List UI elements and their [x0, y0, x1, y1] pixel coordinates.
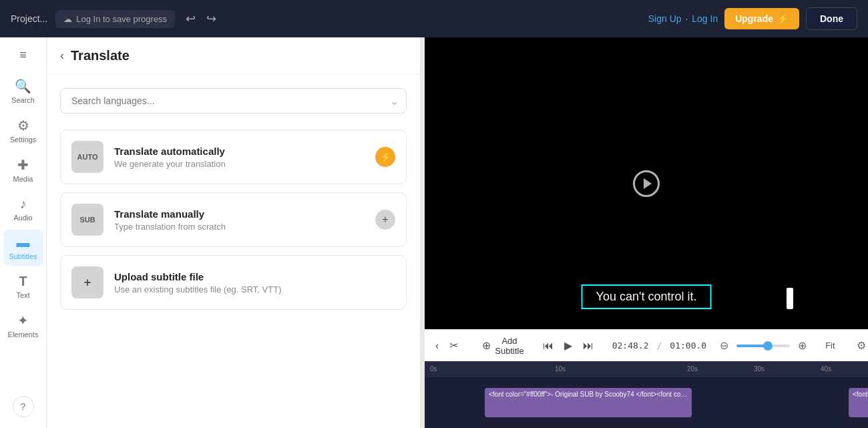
upload-badge: + [71, 266, 103, 298]
sidebar-label-text: Text [16, 291, 29, 299]
manual-translate-option[interactable]: SUB Translate manually Type translation … [60, 192, 407, 247]
video-area: You can't control it. ‹ ✂ ⊕ Add Subtitle… [425, 37, 868, 428]
sidebar-item-elements[interactable]: ✦ Elements [3, 307, 43, 344]
hamburger-menu-button[interactable]: ≡ [14, 43, 32, 67]
cut-button[interactable]: ✂ [447, 337, 461, 355]
search-icon: 🔍 [15, 78, 31, 94]
sidebar-item-audio[interactable]: ♪ Audio [3, 191, 43, 227]
ruler-mark-40s: 40s [821, 365, 831, 373]
timeline-clip-2[interactable]: <font color="#ff00ff">(DRAMATIC MUSIC [849, 388, 868, 417]
topbar: Project... ☁ Log In to save progress ↩ ↪… [0, 0, 868, 37]
panel-title: Translate [71, 48, 130, 63]
add-subtitle-button[interactable]: ⊕ Add Subtitle [477, 333, 529, 359]
auto-translate-option[interactable]: AUTO Translate automatically We generate… [60, 130, 407, 184]
back-button[interactable]: ‹ [433, 337, 441, 355]
upgrade-label: Upgrade [735, 13, 773, 24]
redo-button[interactable]: ↪ [204, 9, 219, 29]
sidebar-item-subtitles[interactable]: ▬ Subtitles [3, 230, 43, 266]
translate-panel: ‹ Translate ⌄ AUTO Translate automatical… [47, 37, 421, 428]
rewind-button[interactable]: ⏮ [540, 337, 556, 355]
topbar-left: Project... ☁ Log In to save progress ↩ ↪ [11, 9, 219, 29]
auto-option-desc: We generate your translation [114, 159, 365, 169]
ruler-mark-30s: 30s [754, 365, 765, 373]
upload-subtitle-option[interactable]: + Upload subtitle file Use an existing s… [60, 255, 407, 310]
manual-plus-icon: + [375, 210, 395, 230]
ruler-mark-10s: 10s [555, 365, 566, 373]
panel-content: ⌄ AUTO Translate automatically We genera… [47, 75, 420, 428]
language-search-wrapper: ⌄ [60, 88, 407, 114]
signup-link[interactable]: Sign Up [648, 13, 682, 24]
sidebar-label-subtitles: Subtitles [9, 252, 37, 260]
auto-option-text: Translate automatically We generate your… [114, 146, 365, 169]
help-button[interactable]: ? [13, 396, 34, 417]
add-plus-icon: ⊕ [482, 339, 491, 352]
audio-icon: ♪ [20, 196, 27, 212]
upload-option-text: Upload subtitle file Use an existing sub… [114, 271, 395, 294]
manual-option-title: Translate manually [114, 208, 365, 220]
sidebar-label-audio: Audio [13, 214, 32, 222]
video-play-button[interactable] [633, 170, 660, 197]
add-subtitle-label: Add Subtitle [495, 336, 523, 356]
sidebar-label-search: Search [11, 96, 35, 104]
video-container[interactable]: You can't control it. [425, 37, 868, 329]
fit-button[interactable]: Fit [825, 341, 835, 351]
upgrade-button[interactable]: Upgrade ⚡ [724, 8, 799, 29]
timeline-area: 0s 10s 20s 30s 40s 50s 1m <font color="#… [425, 361, 868, 428]
media-icon: ✚ [17, 157, 29, 173]
forward-button[interactable]: ⏭ [580, 337, 596, 355]
undo-button[interactable]: ↩ [183, 9, 198, 29]
text-icon: T [19, 274, 27, 289]
auto-option-title: Translate automatically [114, 146, 365, 157]
topbar-actions: ↩ ↪ [183, 9, 219, 29]
video-subtitle: You can't control it. [582, 284, 712, 309]
help-icon: ? [21, 401, 26, 412]
sidebar-label-settings: Settings [10, 136, 37, 144]
time-separator: / [657, 341, 662, 351]
panel-header: ‹ Translate [47, 37, 420, 75]
premium-icon: ⚡ [375, 147, 395, 167]
manual-option-desc: Type translation from scratch [114, 222, 365, 232]
project-label[interactable]: Project... [11, 13, 47, 24]
ruler-marks: 0s 10s 20s 30s 40s 50s 1m [425, 361, 868, 377]
current-time: 02:48.2 [612, 341, 649, 351]
timeline-ruler: 0s 10s 20s 30s 40s 50s 1m [425, 361, 868, 377]
auth-separator: · [685, 13, 688, 24]
timeline-settings-button[interactable]: ⚙ [857, 339, 866, 352]
topbar-right: Sign Up · Log In Upgrade ⚡ Done [648, 7, 857, 30]
timeline-clip-1[interactable]: <font color="#ff00ff">- Original SUB by … [485, 388, 692, 417]
sidebar-label-elements: Elements [8, 331, 39, 339]
zoom-in-button[interactable]: ⊕ [795, 337, 809, 355]
timeline-controls: ‹ ✂ ⊕ Add Subtitle ⏮ ▶ ⏭ 02:48.2 / 01:00… [425, 329, 868, 361]
settings-icon: ⚙ [17, 118, 29, 134]
cloud-save-button[interactable]: ☁ Log In to save progress [55, 10, 175, 28]
cloud-icon: ☁ [63, 14, 72, 24]
timeline-track: <font color="#ff00ff">- Original SUB by … [425, 377, 868, 428]
auto-badge: AUTO [71, 141, 103, 173]
upload-option-title: Upload subtitle file [114, 271, 395, 282]
language-search-input[interactable] [60, 88, 407, 114]
zoom-slider-wrapper [736, 345, 790, 347]
total-time: 01:00.0 [670, 341, 706, 351]
sidebar-item-search[interactable]: 🔍 Search [3, 73, 43, 110]
upload-option-desc: Use an existing subtitles file (eg. SRT,… [114, 284, 395, 294]
upgrade-icon: ⚡ [777, 13, 789, 24]
manual-option-text: Translate manually Type translation from… [114, 208, 365, 232]
sidebar-item-settings[interactable]: ⚙ Settings [3, 112, 43, 149]
elements-icon: ✦ [17, 312, 29, 329]
subtitle-resize-handle[interactable] [787, 288, 793, 309]
sidebar-label-media: Media [13, 175, 33, 183]
topbar-auth: Sign Up · Log In [648, 13, 718, 24]
zoom-slider[interactable] [736, 345, 790, 347]
ruler-mark-20s: 20s [687, 365, 698, 373]
login-link[interactable]: Log In [692, 13, 718, 24]
zoom-out-button[interactable]: ⊖ [717, 337, 731, 355]
panel-back-button[interactable]: ‹ [60, 49, 64, 63]
play-button[interactable]: ▶ [562, 337, 575, 355]
ruler-mark-0s: 0s [430, 365, 437, 373]
cloud-save-label: Log In to save progress [76, 14, 167, 24]
left-sidebar: ≡ 🔍 Search ⚙ Settings ✚ Media ♪ Audio ▬ … [0, 37, 47, 428]
sidebar-item-media[interactable]: ✚ Media [3, 152, 43, 188]
done-button[interactable]: Done [806, 7, 857, 30]
main-layout: ≡ 🔍 Search ⚙ Settings ✚ Media ♪ Audio ▬ … [0, 37, 868, 428]
sidebar-item-text[interactable]: T Text [3, 268, 43, 304]
